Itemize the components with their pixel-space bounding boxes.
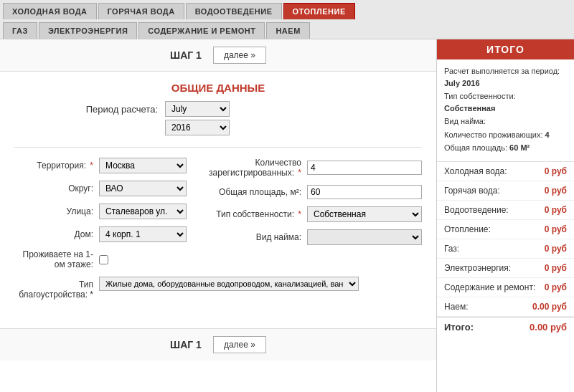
content-area: ШАГ 1 далее » ОБЩИЕ ДАННЫЕ Период расчет… — [0, 39, 437, 392]
sidebar-area: Общая площадь: 60 М² — [444, 142, 567, 154]
sidebar-item-gas: Газ: 0 руб — [437, 239, 574, 259]
two-col-form: Территория: * Москва Округ: ВАО — [14, 158, 422, 307]
sidebar-item-electricity: Электроэнергия: 0 руб — [437, 259, 574, 278]
area-input[interactable] — [307, 185, 422, 199]
period-label: Период расчета: — [72, 101, 158, 115]
tab-hot-water[interactable]: ГОРЯЧАЯ ВОДА — [98, 3, 184, 19]
street-label: Улица: — [14, 206, 93, 216]
tab-heating[interactable]: ОТОПЛЕНИЕ — [283, 3, 355, 19]
okrug-row: Округ: ВАО — [14, 181, 187, 196]
top-navigation: ХОЛОДНАЯ ВОДА ГОРЯЧАЯ ВОДА ВОДООТВЕДЕНИЕ… — [0, 0, 574, 39]
sidebar-info: Расчет выполняется за период: July 2016 … — [437, 59, 574, 162]
period-selects: JanuaryFebruaryMarch AprilMayJune JulyAu… — [165, 101, 230, 135]
section-title: ОБЩИЕ ДАННЫЕ — [0, 72, 436, 101]
sidebar: ИТОГО Расчет выполняется за период: July… — [437, 39, 574, 392]
sidebar-item-hot-water: Горячая вода: 0 руб — [437, 181, 574, 201]
period-row: Период расчета: JanuaryFebruaryMarch Apr… — [14, 101, 422, 135]
bottom-step-header: ШАГ 1 далее » — [0, 328, 436, 360]
territory-row: Территория: * Москва — [14, 158, 187, 173]
amenity-label: Тип благоустройства: * — [14, 277, 93, 300]
registered-row: Количество зарегистрированных: * — [201, 158, 422, 178]
divider — [14, 147, 422, 148]
first-floor-checkbox[interactable] — [99, 255, 108, 264]
right-column: Количество зарегистрированных: * Общая п… — [201, 158, 422, 307]
first-floor-label: Проживаете на 1-ом этаже: — [14, 249, 93, 269]
sidebar-item-water-disposal: Водоотведение: 0 руб — [437, 201, 574, 220]
street-select[interactable]: Сталеваров ул. — [99, 204, 187, 219]
rent-type-select[interactable] — [307, 229, 422, 245]
first-floor-row: Проживаете на 1-ом этаже: — [14, 249, 187, 269]
registered-input[interactable] — [307, 161, 422, 175]
bottom-step-label: ШАГ 1 — [170, 339, 202, 350]
bottom-next-button[interactable]: далее » — [213, 336, 266, 353]
sidebar-total: Итого: 0.00 руб — [437, 317, 574, 337]
okrug-label: Округ: — [14, 183, 93, 193]
ownership-label: Тип собственности: * — [201, 209, 301, 219]
house-select[interactable]: 4 корп. 1 — [99, 226, 187, 242]
tab-cold-water[interactable]: ХОЛОДНАЯ ВОДА — [3, 3, 97, 19]
top-step-label: ШАГ 1 — [170, 49, 202, 61]
tab-electricity[interactable]: ЭЛЕКТРОЭНЕРГИЯ — [39, 22, 137, 39]
house-label: Дом: — [14, 229, 93, 239]
sidebar-residents: Количество проживающих: 4 — [444, 129, 567, 141]
street-row: Улица: Сталеваров ул. — [14, 204, 187, 219]
area-label: Общая площадь, м²: — [201, 187, 301, 197]
sidebar-items: Холодная вода: 0 руб Горячая вода: 0 руб… — [437, 162, 574, 337]
sidebar-item-heating: Отопление: 0 руб — [437, 220, 574, 239]
rent-type-label: Вид найма: — [201, 232, 301, 242]
tab-rent[interactable]: НАЕМ — [266, 22, 309, 39]
ownership-required: * — [298, 209, 301, 219]
ownership-select[interactable]: Собственная — [307, 206, 422, 222]
sidebar-ownership: Тип собственности: Собственная — [444, 90, 567, 114]
sidebar-item-cold-water: Холодная вода: 0 руб — [437, 162, 574, 181]
rent-type-row: Вид найма: — [201, 229, 422, 245]
sidebar-period: Расчет выполняется за период: July 2016 — [444, 65, 567, 89]
territory-label: Территория: * — [14, 161, 93, 171]
amenity-row: Тип благоустройства: * Жилые дома, обору… — [14, 277, 187, 300]
tab-water-disposal[interactable]: ВОДООТВЕДЕНИЕ — [186, 3, 282, 19]
sidebar-item-maintenance: Содержание и ремонт: 0 руб — [437, 278, 574, 297]
registered-label: Количество зарегистрированных: * — [201, 158, 301, 178]
tab-maintenance[interactable]: СОДЕРЖАНИЕ И РЕМОНТ — [138, 22, 265, 39]
amenity-required: * — [90, 290, 93, 300]
period-month-select[interactable]: JanuaryFebruaryMarch AprilMayJune JulyAu… — [165, 101, 230, 117]
territory-select[interactable]: Москва — [99, 158, 187, 173]
territory-required: * — [90, 161, 93, 171]
tab-gas[interactable]: ГАЗ — [3, 22, 37, 39]
house-row: Дом: 4 корп. 1 — [14, 226, 187, 242]
registered-required: * — [298, 168, 301, 178]
sidebar-title: ИТОГО — [437, 39, 574, 59]
top-step-header: ШАГ 1 далее » — [0, 39, 436, 72]
period-year-select[interactable]: 2014201520162017 — [165, 120, 230, 135]
form-section: Период расчета: JanuaryFebruaryMarch Apr… — [0, 101, 436, 321]
sidebar-item-rent: Наем: 0.00 руб — [437, 297, 574, 317]
sidebar-rent-type: Вид найма: — [444, 115, 567, 128]
top-next-button[interactable]: далее » — [213, 47, 266, 64]
main-layout: ШАГ 1 далее » ОБЩИЕ ДАННЫЕ Период расчет… — [0, 39, 574, 392]
okrug-select[interactable]: ВАО — [99, 181, 187, 196]
left-column: Территория: * Москва Округ: ВАО — [14, 158, 187, 307]
area-row: Общая площадь, м²: — [201, 185, 422, 199]
ownership-row: Тип собственности: * Собственная — [201, 206, 422, 222]
